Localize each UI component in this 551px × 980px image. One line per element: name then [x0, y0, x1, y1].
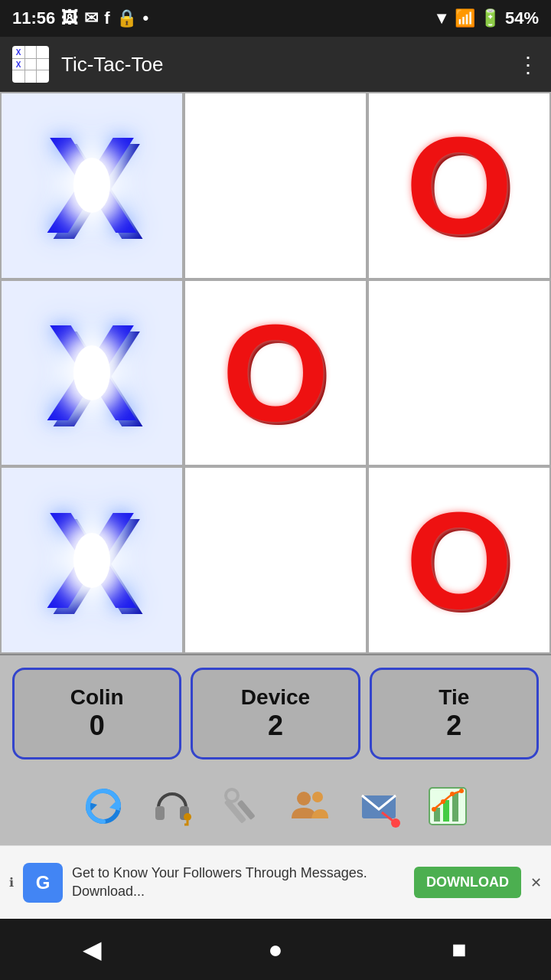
board-cell-0-0[interactable]: X: [0, 92, 184, 279]
ad-text: Get to Know Your Followers Through Messa…: [72, 864, 405, 900]
svg-rect-16: [452, 792, 458, 822]
score-name-1: Device: [241, 685, 310, 710]
svg-rect-2: [155, 806, 165, 820]
email-icon: ✉: [84, 8, 98, 28]
dot-icon: •: [143, 8, 149, 28]
photo-icon: 🖼: [61, 8, 78, 28]
status-time: 11:56: [12, 8, 55, 28]
status-left: 11:56 🖼 ✉ f 🔒 •: [12, 8, 148, 28]
icon-cell: X: [24, 58, 37, 70]
facebook-icon: f: [104, 8, 109, 28]
board-cell-2-0[interactable]: X: [0, 466, 184, 654]
svg-point-9: [312, 792, 323, 802]
icon-cell: X: [12, 46, 24, 58]
svg-point-7: [226, 789, 238, 802]
battery-icon: 🔋: [480, 8, 500, 28]
status-right: ▼ 📶 🔋 54%: [433, 8, 539, 28]
menu-button[interactable]: ⋮: [517, 52, 539, 77]
svg-point-12: [391, 818, 400, 828]
app-icon: X O X X O X O X: [12, 46, 49, 83]
game-board[interactable]: XOXOXO: [0, 92, 551, 655]
status-bar: 11:56 🖼 ✉ f 🔒 • ▼ 📶 🔋 54%: [0, 0, 551, 37]
nav-bar: ◀ ● ■: [0, 919, 551, 980]
lock-icon: 🔒: [116, 8, 137, 28]
board-cell-1-0[interactable]: X: [0, 279, 184, 467]
icon-cell: O: [37, 58, 49, 70]
signal-icon: 📶: [455, 8, 475, 28]
users-icon[interactable]: [283, 779, 337, 833]
ad-info-icon: ℹ: [9, 875, 14, 890]
settings-icon[interactable]: [214, 779, 268, 833]
nav-recent-button[interactable]: ■: [436, 926, 482, 972]
ad-close-icon[interactable]: ✕: [530, 874, 542, 891]
board-cell-1-1[interactable]: O: [184, 279, 367, 467]
board-cell-1-2[interactable]: [367, 279, 551, 467]
icon-cell: X: [12, 58, 24, 70]
score-name-2: Tie: [439, 685, 469, 710]
nav-back-button[interactable]: ◀: [69, 926, 115, 972]
score-value-1: 2: [268, 710, 283, 742]
score-section: Colin0Device2Tie2: [0, 655, 551, 772]
app-title: Tic-Tac-Toe: [61, 53, 505, 77]
icon-cell: X: [37, 70, 49, 83]
score-card-device: Device2: [191, 668, 360, 760]
chart-icon[interactable]: [421, 779, 474, 833]
ad-banner: ℹ G Get to Know Your Followers Through M…: [0, 845, 551, 919]
icon-cell: O: [24, 70, 37, 83]
score-value-2: 2: [446, 710, 461, 742]
ad-download-button[interactable]: DOWNLOAD: [414, 867, 521, 898]
board-cell-0-1[interactable]: [184, 92, 367, 279]
svg-point-18: [441, 799, 445, 804]
refresh-icon[interactable]: [77, 779, 130, 833]
score-card-colin: Colin0: [12, 668, 181, 760]
icon-cell: O: [24, 46, 37, 58]
ad-app-icon: G: [23, 863, 63, 903]
board-cell-2-2[interactable]: O: [367, 466, 551, 654]
svg-point-8: [297, 792, 311, 805]
wifi-icon: ▼: [433, 8, 450, 28]
svg-point-4: [184, 813, 191, 821]
score-value-0: 0: [90, 710, 105, 742]
board-cell-0-2[interactable]: O: [367, 92, 551, 279]
icon-cell: [37, 46, 49, 58]
score-name-0: Colin: [70, 685, 124, 710]
svg-point-20: [459, 789, 464, 793]
toolbar: [0, 772, 551, 845]
app-bar: X O X X O X O X Tic-Tac-Toe ⋮: [0, 37, 551, 92]
score-card-tie: Tie2: [370, 668, 539, 760]
svg-point-17: [432, 807, 436, 812]
board-cell-2-1[interactable]: [184, 466, 367, 654]
audio-icon[interactable]: [145, 779, 199, 833]
mail-icon[interactable]: [352, 779, 406, 833]
svg-point-19: [450, 792, 455, 796]
icon-cell: X: [12, 70, 24, 83]
battery-percent: 54%: [505, 8, 539, 28]
nav-home-button[interactable]: ●: [253, 926, 298, 972]
